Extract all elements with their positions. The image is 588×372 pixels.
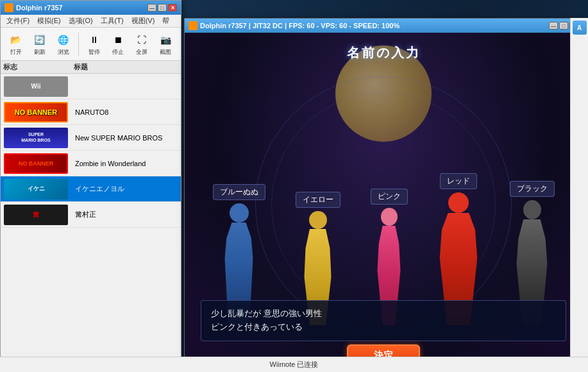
black-character-head	[523, 200, 541, 219]
main-toolbar: 📂 打开 🔄 刷新 🌐 浏览 ⏸ 暂停 ⏹ 停止 ⛶ 全屏	[1, 28, 181, 61]
main-minimize-button[interactable]: —	[147, 4, 156, 12]
game-row-wii1[interactable]: Wii	[1, 74, 181, 99]
description-line-2: ピンクと付きあっている	[211, 321, 556, 334]
right-panel-button-a[interactable]: A	[573, 21, 587, 35]
mario-banner-text: SUPERMARIO BROS	[21, 132, 51, 143]
wii-banner-image: Wii	[4, 76, 68, 97]
game-row-mario[interactable]: SUPERMARIO BROS New SUPER MARIO BROS	[1, 125, 181, 151]
game-minimize-button[interactable]: —	[549, 22, 558, 30]
menu-help[interactable]: 帮	[159, 15, 172, 27]
game-title-mario: New SUPER MARIO BROS	[71, 134, 181, 142]
game-dolphin-window: Dolphin r7357 | JIT32 DC | FPS: 60 - VPS…	[184, 18, 583, 372]
toolbar-fullscreen-button[interactable]: ⛶ 全屏	[132, 31, 152, 58]
stop-icon: ⏹	[110, 32, 126, 47]
game-banner-naruto: NO BANNER	[1, 100, 71, 124]
main-maximize-button[interactable]: □	[158, 4, 167, 12]
menu-tools[interactable]: 工具(T)	[97, 15, 127, 27]
zombie-banner-image: NO BANNER	[4, 153, 68, 174]
toolbar-open-label: 打开	[10, 48, 22, 56]
blue-character-label: ブルーぬぬ	[213, 184, 265, 200]
toolbar-fullscreen-label: 全屏	[136, 48, 147, 56]
kagura-banner-text: 篝	[4, 205, 68, 225]
fullscreen-icon: ⛶	[134, 32, 149, 47]
game-row-naruto[interactable]: NO BANNER NARUTO8	[1, 99, 181, 125]
description-line-1: 少し乱暴だが 意思の強い男性	[211, 307, 556, 321]
game-viewport: 名前の入力 ブルーぬぬ イエロー	[185, 33, 582, 372]
toolbar-stop-button[interactable]: ⏹ 停止	[108, 31, 128, 58]
toolbar-open-button[interactable]: 📂 打开	[6, 31, 26, 58]
game-window-title: Dolphin r7357 | JIT32 DC | FPS: 60 - VPS…	[200, 22, 399, 30]
toolbar-refresh-button[interactable]: 🔄 刷新	[29, 31, 49, 58]
wii-label: Wii	[4, 76, 68, 97]
game-banner-ikeniy: イケニ	[1, 177, 71, 201]
game-row-ikeniy[interactable]: イケニ イケニエノヨル	[1, 176, 181, 202]
yellow-character-label: イエロー	[296, 192, 340, 208]
zombie-banner-text: NO BANNER	[4, 153, 68, 174]
ikeniy-banner-image: イケニ	[4, 179, 68, 199]
status-bar: Wiimote 已连接	[0, 357, 588, 372]
game-scene: 名前の入力 ブルーぬぬ イエロー	[185, 33, 582, 372]
game-dolphin-icon	[189, 21, 197, 30]
game-banner-kagura: 篝	[1, 203, 71, 227]
toolbar-pause-label: 暂停	[88, 48, 100, 56]
toolbar-screenshot-button[interactable]: 📷 截图	[156, 31, 176, 58]
game-list-header: 标志 标题	[1, 61, 181, 74]
game-banner-mario: SUPERMARIO BROS	[1, 126, 71, 150]
main-window-title: Dolphin r7357	[16, 4, 63, 12]
folder-open-icon: 📂	[8, 32, 24, 47]
titlebar-left: Dolphin r7357	[4, 3, 63, 12]
game-titlebar-left: Dolphin r7357 | JIT32 DC | FPS: 60 - VPS…	[189, 21, 399, 30]
game-banner-zombie: NO BANNER	[1, 151, 71, 176]
game-row-kagura[interactable]: 篝 篝村正	[1, 202, 181, 228]
toolbar-browse-label: 浏览	[58, 48, 69, 56]
title-column-header: 标题	[74, 62, 178, 72]
toolbar-browse-button[interactable]: 🌐 浏览	[53, 31, 73, 58]
banner-column-header: 标志	[3, 62, 74, 72]
main-menubar: 文件(F) 模拟(E) 选项(O) 工具(T) 视图(V) 帮	[1, 15, 181, 28]
toolbar-pause-button[interactable]: ⏸ 暂停	[84, 31, 104, 58]
main-titlebar-buttons[interactable]: — □ ✕	[147, 4, 177, 12]
browse-icon: 🌐	[56, 32, 71, 47]
ikeniy-banner-text: イケニ	[4, 179, 68, 199]
screenshot-icon: 📷	[158, 32, 173, 47]
pink-character-label: ピンク	[371, 189, 408, 205]
toolbar-refresh-label: 刷新	[34, 48, 46, 56]
naruto-banner-text: NO BANNER	[4, 102, 68, 123]
game-titlebar: Dolphin r7357 | JIT32 DC | FPS: 60 - VPS…	[185, 19, 582, 33]
menu-file[interactable]: 文件(F)	[3, 15, 33, 27]
blue-character-head	[230, 203, 249, 223]
black-character-label: ブラック	[510, 181, 555, 197]
game-banner-wii1: Wii	[1, 74, 71, 99]
toolbar-separator-1	[78, 33, 79, 56]
toolbar-stop-label: 停止	[112, 48, 124, 56]
game-maximize-button[interactable]: □	[559, 22, 568, 30]
main-close-button[interactable]: ✕	[168, 4, 177, 12]
statusbar-text: Wiimote 已连接	[270, 360, 319, 369]
red-character-label: レッド	[440, 173, 477, 189]
main-titlebar: Dolphin r7357 — □ ✕	[1, 1, 181, 15]
game-title-ikeniy: イケニエノヨル	[71, 184, 181, 194]
yellow-character-head	[309, 211, 327, 229]
toolbar-screenshot-label: 截图	[160, 48, 171, 56]
pause-icon: ⏸	[87, 32, 102, 47]
menu-view[interactable]: 视图(V)	[128, 15, 158, 27]
game-scene-title: 名前の入力	[347, 44, 421, 62]
game-row-zombie[interactable]: NO BANNER Zombie in Wonderland	[1, 151, 181, 176]
mario-banner-bg: SUPERMARIO BROS	[4, 128, 68, 148]
kagura-banner-image: 篝	[4, 205, 68, 225]
pink-character-head	[381, 208, 398, 226]
game-list: Wii NO BANNER NARUTO8	[1, 74, 181, 228]
menu-emulation[interactable]: 模拟(E)	[34, 15, 64, 27]
naruto-banner-image: NO BANNER	[4, 102, 68, 123]
game-title-kagura: 篝村正	[71, 210, 181, 219]
red-character-head	[448, 192, 469, 213]
right-panel-label: A	[577, 24, 582, 31]
main-dolphin-window: Dolphin r7357 — □ ✕ 文件(F) 模拟(E) 选项(O) 工具…	[0, 0, 181, 372]
game-title-zombie: Zombie in Wonderland	[71, 160, 181, 167]
character-description-box: 少し乱暴だが 意思の強い男性 ピンクと付きあっている	[201, 300, 566, 341]
refresh-icon: 🔄	[32, 32, 47, 47]
game-title-naruto: NARUTO8	[71, 108, 181, 116]
dolphin-app-icon	[4, 3, 13, 12]
menu-options[interactable]: 选项(O)	[65, 15, 96, 27]
right-panel: A	[570, 18, 588, 372]
